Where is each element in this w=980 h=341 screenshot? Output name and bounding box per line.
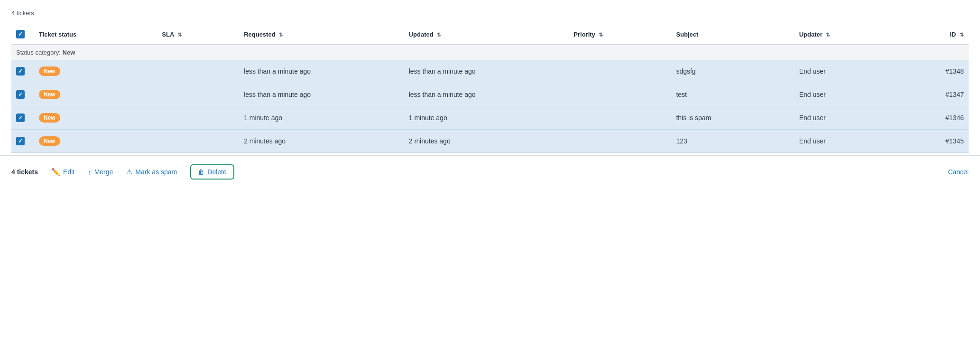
priority-sort-icon[interactable]: ⇅ [599, 32, 603, 38]
edit-icon: ✏️ [51, 168, 60, 176]
row-subject[interactable]: sdgsfg [671, 60, 794, 83]
row-checkbox-cell[interactable] [11, 83, 34, 106]
table-row: New less than a minute ago less than a m… [11, 60, 969, 83]
row-priority [569, 130, 671, 153]
row-sla [157, 83, 239, 106]
row-updated: 1 minute ago [404, 106, 569, 130]
status-category-row: Status category: New [11, 45, 969, 60]
table-row: New 1 minute ago 1 minute ago this is sp… [11, 106, 969, 130]
status-category-value: New [63, 49, 75, 56]
row-id[interactable]: #1345 [897, 130, 969, 153]
row-checkbox[interactable] [16, 90, 25, 99]
row-id[interactable]: #1346 [897, 106, 969, 130]
row-ticket-status: New [34, 106, 157, 130]
row-updater: End user [795, 130, 897, 153]
updated-sort-icon[interactable]: ⇅ [437, 32, 441, 38]
row-subject[interactable]: test [671, 83, 794, 106]
ticket-count-top: 4 tickets [11, 9, 969, 17]
table-row: New 2 minutes ago 2 minutes ago 123 End … [11, 130, 969, 153]
col-header-updated[interactable]: Updated ⇅ [404, 24, 569, 45]
row-updater: End user [795, 106, 897, 130]
row-requested: less than a minute ago [239, 83, 404, 106]
mark-as-spam-button[interactable]: ⚠ Mark as spam [126, 168, 177, 176]
row-updated: 2 minutes ago [404, 130, 569, 153]
col-header-sla[interactable]: SLA ⇅ [157, 24, 239, 45]
row-subject[interactable]: 123 [671, 130, 794, 153]
footer-bar: 4 tickets ✏️ Edit ↑ Merge ⚠ Mark as spam… [0, 155, 980, 188]
merge-icon: ↑ [88, 168, 92, 176]
row-priority [569, 60, 671, 83]
row-subject[interactable]: this is spam [671, 106, 794, 130]
delete-icon: 🗑 [198, 168, 204, 176]
row-ticket-status: New [34, 83, 157, 106]
col-header-ticket-status: Ticket status [34, 24, 157, 45]
cancel-button[interactable]: Cancel [948, 168, 969, 176]
row-updater: End user [795, 60, 897, 83]
sla-sort-icon[interactable]: ⇅ [177, 32, 182, 38]
row-id[interactable]: #1347 [897, 83, 969, 106]
col-header-subject: Subject [671, 24, 794, 45]
row-sla [157, 130, 239, 153]
row-requested: 1 minute ago [239, 106, 404, 130]
row-requested: less than a minute ago [239, 60, 404, 83]
updater-sort-icon[interactable]: ⇅ [826, 32, 830, 38]
status-badge: New [39, 90, 60, 99]
main-container: 4 tickets Ticket status SLA ⇅ Requested … [0, 0, 980, 153]
select-all-checkbox[interactable] [16, 30, 25, 38]
status-badge: New [39, 136, 60, 146]
row-priority [569, 83, 671, 106]
col-header-priority[interactable]: Priority ⇅ [569, 24, 671, 45]
row-checkbox[interactable] [16, 137, 25, 145]
row-checkbox[interactable] [16, 67, 25, 76]
table-row: New less than a minute ago less than a m… [11, 83, 969, 106]
col-header-id[interactable]: ID ⇅ [897, 24, 969, 45]
row-updated: less than a minute ago [404, 83, 569, 106]
spam-icon: ⚠ [126, 168, 132, 176]
row-requested: 2 minutes ago [239, 130, 404, 153]
row-sla [157, 106, 239, 130]
col-header-requested[interactable]: Requested ⇅ [239, 24, 404, 45]
row-updated: less than a minute ago [404, 60, 569, 83]
row-checkbox-cell[interactable] [11, 106, 34, 130]
edit-button[interactable]: ✏️ Edit [51, 168, 74, 176]
footer-ticket-count: 4 tickets [11, 168, 38, 176]
delete-button[interactable]: 🗑 Delete [190, 164, 234, 180]
row-priority [569, 106, 671, 130]
row-id[interactable]: #1348 [897, 60, 969, 83]
row-checkbox-cell[interactable] [11, 130, 34, 153]
status-badge: New [39, 113, 60, 123]
merge-button[interactable]: ↑ Merge [88, 168, 113, 176]
row-sla [157, 60, 239, 83]
col-header-updater[interactable]: Updater ⇅ [795, 24, 897, 45]
row-checkbox[interactable] [16, 114, 25, 122]
select-all-header[interactable] [11, 24, 34, 45]
id-sort-icon[interactable]: ⇅ [960, 32, 964, 38]
row-ticket-status: New [34, 60, 157, 83]
status-badge: New [39, 66, 60, 76]
tickets-table: Ticket status SLA ⇅ Requested ⇅ Updated … [11, 24, 969, 153]
row-checkbox-cell[interactable] [11, 60, 34, 83]
status-category-label: Status category: [16, 49, 61, 56]
requested-sort-icon[interactable]: ⇅ [279, 32, 283, 38]
row-ticket-status: New [34, 130, 157, 153]
row-updater: End user [795, 83, 897, 106]
